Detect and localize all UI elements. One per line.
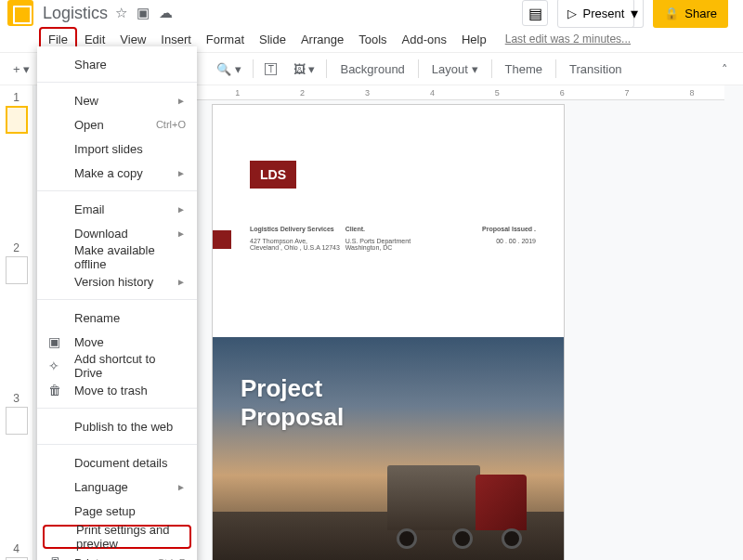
- drive-shortcut-icon: ✧: [48, 358, 59, 373]
- menu-arrange[interactable]: Arrange: [293, 29, 351, 50]
- menu-slide[interactable]: Slide: [252, 29, 293, 50]
- present-dropdown[interactable]: ▾: [625, 0, 644, 28]
- menu-share[interactable]: Share: [37, 52, 197, 76]
- menu-make-copy[interactable]: Make a copy►: [37, 161, 197, 185]
- menu-email[interactable]: Email►: [37, 197, 197, 221]
- slide-canvas[interactable]: LDS Logistics Delivery Services 427 Thom…: [212, 104, 565, 560]
- hero-title: Project Proposal: [241, 374, 344, 432]
- menu-print-settings[interactable]: Print settings and preview: [43, 525, 191, 549]
- logo: LDS: [250, 161, 296, 189]
- print-icon: 🖶: [48, 555, 61, 560]
- file-menu-dropdown: Share New► OpenCtrl+O Import slides Make…: [37, 46, 197, 560]
- truck-graphic: [387, 456, 536, 549]
- menu-help[interactable]: Help: [454, 29, 494, 50]
- document-title[interactable]: Logistics: [43, 4, 108, 23]
- menu-download[interactable]: Download►: [37, 221, 197, 245]
- new-slide-button[interactable]: + ▾: [7, 59, 35, 80]
- cloud-icon[interactable]: ☁: [159, 5, 173, 21]
- present-label: Present: [582, 7, 624, 20]
- menu-add-shortcut[interactable]: ✧Add shortcut to Drive: [37, 354, 197, 378]
- slide-number: 4: [0, 537, 33, 557]
- slide-number: 3: [0, 386, 33, 407]
- theme-button[interactable]: Theme: [498, 59, 550, 80]
- info-row: Logistics Delivery Services 427 Thompson…: [250, 226, 536, 251]
- background-button[interactable]: Background: [332, 59, 411, 80]
- zoom-fit-icon[interactable]: 🔍 ▾: [211, 59, 247, 80]
- filmstrip: 1 2 3 4: [0, 85, 33, 560]
- slide-number: 1: [0, 85, 33, 106]
- accent-square: [213, 230, 231, 249]
- share-button[interactable]: 🔒 Share: [653, 0, 728, 28]
- menu-print[interactable]: 🖶PrintCtrl+P: [37, 551, 197, 560]
- image-icon[interactable]: 🖼 ▾: [288, 59, 321, 80]
- transition-button[interactable]: Transition: [562, 59, 630, 80]
- folder-icon: ▣: [48, 334, 60, 349]
- menu-doc-details[interactable]: Document details: [37, 450, 197, 475]
- menu-move[interactable]: ▣Move: [37, 330, 197, 354]
- last-edit-link[interactable]: Last edit was 2 minutes...: [505, 33, 631, 46]
- menu-import-slides[interactable]: Import slides: [37, 137, 197, 161]
- collapse-toolbar-icon[interactable]: ˄: [722, 62, 728, 76]
- lock-icon: 🔒: [664, 7, 679, 20]
- menu-addons[interactable]: Add-ons: [395, 29, 454, 50]
- menu-format[interactable]: Format: [199, 29, 252, 50]
- menu-open[interactable]: OpenCtrl+O: [37, 112, 197, 137]
- menu-tools[interactable]: Tools: [351, 29, 394, 50]
- folder-move-icon[interactable]: ▣: [137, 5, 150, 21]
- textbox-icon[interactable]: 🅃: [259, 59, 282, 80]
- slide-thumb-3[interactable]: [6, 407, 28, 435]
- comments-button[interactable]: ▤: [522, 0, 548, 26]
- slide-thumb-1[interactable]: [6, 106, 28, 134]
- layout-button[interactable]: Layout ▾: [424, 59, 486, 80]
- menu-page-setup[interactable]: Page setup: [37, 499, 197, 523]
- present-button[interactable]: ▷ Present: [557, 0, 634, 28]
- star-icon[interactable]: ☆: [115, 5, 127, 21]
- menu-publish[interactable]: Publish to the web: [37, 414, 197, 438]
- share-label: Share: [684, 7, 717, 20]
- menu-offline[interactable]: Make available offline: [37, 245, 197, 269]
- comments-icon: ▤: [528, 5, 542, 22]
- menu-new[interactable]: New►: [37, 88, 197, 112]
- menu-move-trash[interactable]: 🗑Move to trash: [37, 378, 197, 402]
- menu-version-history[interactable]: Version history►: [37, 269, 197, 293]
- present-icon: ▷: [567, 7, 577, 20]
- slide-number: 2: [0, 236, 33, 256]
- slides-app-icon[interactable]: [7, 0, 33, 26]
- menu-language[interactable]: Language►: [37, 475, 197, 499]
- trash-icon: 🗑: [48, 383, 61, 397]
- slide-thumb-2[interactable]: [6, 256, 28, 284]
- menu-rename[interactable]: Rename: [37, 306, 197, 330]
- hero-image: Project Proposal: [213, 337, 564, 560]
